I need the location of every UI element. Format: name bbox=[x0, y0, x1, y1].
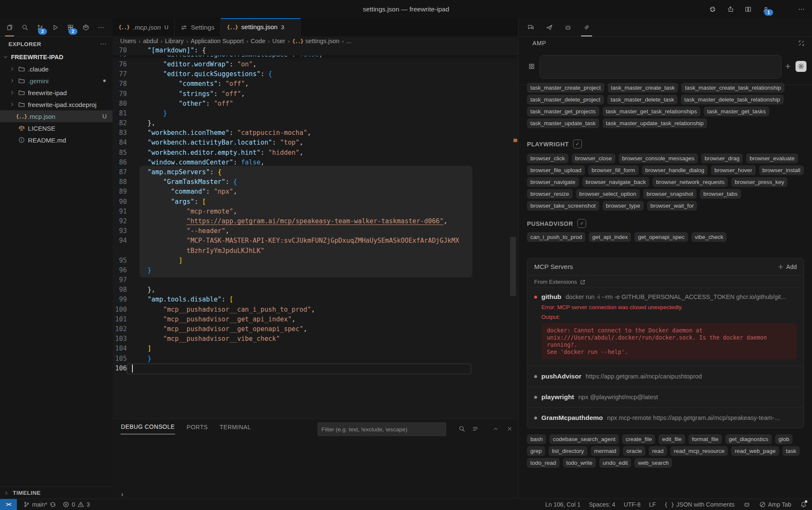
code-line[interactable]: tBzhrIyYmJpduLKJhLK" bbox=[112, 246, 518, 256]
breadcrumb-item[interactable]: ... bbox=[346, 38, 351, 44]
layout-grid-icon[interactable] bbox=[526, 61, 537, 72]
section-checkbox[interactable]: ✓ bbox=[573, 140, 582, 148]
code-line[interactable]: 78 "comments": "off", bbox=[112, 79, 518, 89]
tool-chip[interactable]: read bbox=[649, 446, 667, 456]
code-line[interactable]: 103 "mcp__pushadvisor__vibe_check" bbox=[112, 334, 518, 344]
tab-settings[interactable]: Settings bbox=[175, 18, 221, 36]
tool-chip[interactable]: task_master_delete_task_relationship bbox=[681, 95, 784, 104]
share-icon[interactable] bbox=[726, 5, 735, 14]
tree-item-license[interactable]: LICENSE bbox=[0, 122, 112, 134]
copilot-item[interactable] bbox=[743, 501, 750, 508]
tool-chip[interactable]: vibe_check bbox=[691, 232, 727, 242]
code-line[interactable]: 79 "strings": "off", bbox=[112, 89, 518, 99]
debug-repl-prompt[interactable]: › bbox=[121, 490, 123, 499]
code-line[interactable]: 87 "amp.mcpServers": { bbox=[112, 167, 518, 177]
code-line[interactable]: 100 "mcp__pushadvisor__can_i_push_to_pro… bbox=[112, 305, 518, 315]
code-line[interactable]: 81 } bbox=[112, 109, 518, 118]
code-line[interactable]: 94 "MCP-TASK-MASTER-API-KEY:svCJUkmFUNZj… bbox=[112, 236, 518, 246]
tool-chip[interactable]: browser_network_requests bbox=[653, 177, 728, 187]
tool-chip[interactable]: mermaid bbox=[591, 446, 620, 456]
tree-item-freewrite-ipad[interactable]: freewrite-ipad bbox=[0, 87, 112, 99]
code-line[interactable]: 85 "workbench.editor.empty.hint": "hidde… bbox=[112, 148, 518, 158]
code-line[interactable]: 88 "GramTaskMaster": { bbox=[112, 177, 518, 187]
tool-chip[interactable]: browser_press_key bbox=[731, 177, 787, 187]
tool-chip[interactable]: browser_console_messages bbox=[619, 154, 698, 163]
code-line[interactable]: 102 "mcp__pushadvisor__get_openapi_spec"… bbox=[112, 324, 518, 334]
more-icon[interactable] bbox=[797, 5, 806, 14]
code-line[interactable]: 80 "other": "off" bbox=[112, 99, 518, 109]
code-line[interactable]: 98 }, bbox=[112, 285, 518, 295]
aux-tab-comments-icon[interactable] bbox=[524, 18, 538, 36]
amp-tab-item[interactable]: Amp Tab bbox=[759, 501, 791, 508]
tree-item--gemini[interactable]: .gemini bbox=[0, 75, 112, 87]
amp-settings-icon[interactable] bbox=[796, 61, 807, 72]
activity-extensions-icon[interactable]: 2 bbox=[63, 19, 77, 36]
tool-chip[interactable]: browser_type bbox=[603, 201, 644, 211]
activity-search-icon[interactable] bbox=[18, 19, 32, 36]
tool-chip[interactable]: codebase_search_agent bbox=[549, 434, 619, 444]
tool-chip[interactable]: task_master_create_task_relationship bbox=[681, 83, 784, 93]
expand-panel-icon[interactable] bbox=[797, 39, 806, 47]
code-line[interactable]: 96 } bbox=[112, 266, 518, 275]
maximize-panel-icon[interactable] bbox=[491, 424, 500, 433]
split-editor-icon[interactable] bbox=[743, 5, 753, 14]
code-line[interactable]: 97 bbox=[112, 275, 518, 285]
indentation-item[interactable]: Spaces: 4 bbox=[589, 501, 615, 508]
aux-tab-amp-logo-icon[interactable] bbox=[579, 18, 594, 36]
breadcrumb-item[interactable]: Users bbox=[120, 38, 136, 44]
breadcrumb-item[interactable]: {..}settings.json bbox=[292, 38, 340, 44]
code-line[interactable]: 82 }, bbox=[112, 118, 518, 128]
close-icon[interactable] bbox=[288, 24, 294, 31]
account-icon[interactable]: 1 bbox=[761, 5, 771, 14]
tool-chip[interactable]: browser_hover bbox=[711, 165, 755, 175]
tool-chip[interactable]: browser_close bbox=[572, 154, 615, 163]
tool-chip[interactable]: get_diagnostics bbox=[725, 434, 772, 444]
mcp-server-row[interactable]: githubdocker run -i --rm -e GITHUB_PERSO… bbox=[534, 292, 797, 302]
amp-prompt-input[interactable] bbox=[540, 55, 782, 79]
tool-chip[interactable]: get_api_index bbox=[589, 232, 631, 242]
tool-chip[interactable]: todo_write bbox=[563, 458, 596, 468]
tool-chip[interactable]: create_file bbox=[622, 434, 655, 444]
tree-item-readme-md[interactable]: README.md bbox=[0, 134, 112, 146]
tool-chip[interactable]: browser_fill_form bbox=[588, 165, 639, 175]
tool-chip[interactable]: read_web_page bbox=[731, 446, 779, 456]
tool-chip[interactable]: grep bbox=[527, 446, 545, 456]
tool-chip[interactable]: task_master_get_task_relationships bbox=[603, 107, 700, 116]
panel-tab-terminal[interactable]: TERMINAL bbox=[219, 420, 251, 434]
code-line[interactable]: 91 "mcp-remote", bbox=[112, 207, 518, 217]
code-line[interactable]: 89 "command": "npx", bbox=[112, 187, 518, 197]
add-context-icon[interactable] bbox=[782, 61, 793, 72]
activity-remote-explorer-icon[interactable] bbox=[79, 19, 93, 36]
breadcrumb-item[interactable]: abdul bbox=[143, 38, 158, 44]
tool-chip[interactable]: format_file bbox=[689, 434, 722, 444]
code-line[interactable]: 104 ] bbox=[112, 344, 518, 354]
breadcrumb-item[interactable]: Code bbox=[251, 38, 266, 44]
breadcrumb-item[interactable]: Library bbox=[165, 38, 184, 44]
tree-item-freewrite-ipad-xcodeproj[interactable]: freewrite-ipad.xcodeproj bbox=[0, 99, 112, 110]
debug-filter-input[interactable] bbox=[318, 422, 446, 436]
tool-chip[interactable]: browser_tabs bbox=[700, 189, 741, 199]
activity-files-icon[interactable] bbox=[3, 19, 16, 36]
code-line[interactable]: 83 "workbench.iconTheme": "catppuccin-mo… bbox=[112, 128, 518, 138]
tool-chip[interactable]: todo_read bbox=[527, 458, 560, 468]
tool-chip[interactable]: oracle bbox=[623, 446, 645, 456]
remote-indicator[interactable]: >< bbox=[0, 499, 17, 510]
problems-item[interactable]: 0 3 bbox=[63, 501, 90, 508]
explorer-more-icon[interactable] bbox=[100, 41, 107, 47]
code-line[interactable]: 76 "editor.wordWrap": "on", bbox=[112, 60, 518, 69]
tool-chip[interactable]: browser_drag bbox=[701, 154, 743, 163]
git-branch-item[interactable]: main* bbox=[23, 501, 57, 508]
breadcrumb-item[interactable]: Application Support bbox=[191, 38, 244, 44]
tool-chip[interactable]: task_master_delete_project bbox=[527, 95, 604, 104]
output-options-icon[interactable] bbox=[471, 424, 480, 433]
filter-icon[interactable] bbox=[457, 424, 466, 433]
code-line[interactable]: 105 } bbox=[112, 354, 518, 364]
from-extensions-row[interactable]: From Extensions bbox=[527, 275, 804, 288]
explorer-root-folder[interactable]: FREEWRITE-IPAD bbox=[0, 51, 112, 63]
settings-gear-icon[interactable] bbox=[779, 5, 788, 14]
panel-tab-debug-console[interactable]: DEBUG CONSOLE bbox=[121, 420, 175, 434]
tool-chip[interactable]: task_master_create_project bbox=[527, 83, 604, 93]
tree-item--claude[interactable]: .claude bbox=[0, 63, 112, 75]
notifications-item[interactable] bbox=[800, 501, 807, 508]
code-line[interactable]: 99 "amp.tools.disable": [ bbox=[112, 295, 518, 304]
